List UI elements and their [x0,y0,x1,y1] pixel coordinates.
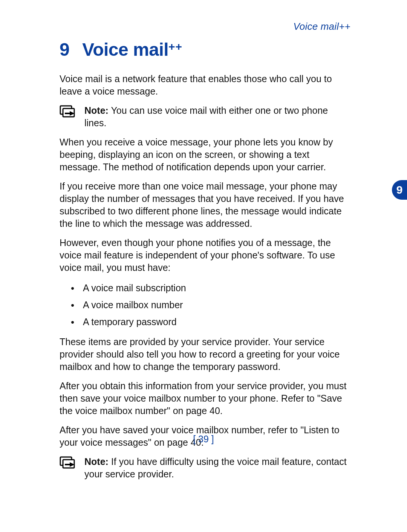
chapter-number: 9 [60,39,69,60]
chapter-name: Voice mail [82,40,168,60]
document-page: Voice mail++ 9Voice mail++ Voice mail is… [0,0,407,532]
note-label: Note: [84,105,109,116]
note-arrow-icon [60,105,78,120]
chapter-title: 9Voice mail++ [60,39,350,60]
requirements-list: A voice mail subscription A voice mailbo… [60,281,350,329]
paragraph-3: If you receive more than one voice mail … [60,180,350,230]
note-label: Note: [84,456,109,467]
note-text-2: Note: If you have difficulty using the v… [84,456,350,480]
paragraph-4: However, even though your phone notifies… [60,237,350,274]
chapter-suffix: ++ [168,40,182,53]
note-body-1: You can use voice mail with either one o… [84,105,328,128]
note-text-1: Note: You can use voice mail with either… [84,104,350,129]
note-block-1: Note: You can use voice mail with either… [60,104,350,129]
paragraph-2: When you receive a voice message, your p… [60,136,350,173]
page-number: [ 39 ] [0,434,407,445]
paragraph-intro: Voice mail is a network feature that ena… [60,73,350,98]
note-block-2: Note: If you have difficulty using the v… [60,456,350,480]
list-item: A voice mail subscription [60,281,350,295]
note-body-2: If you have difficulty using the voice m… [84,456,347,479]
paragraph-6: After you obtain this information from y… [60,380,350,417]
paragraph-5: These items are provided by your service… [60,336,350,373]
list-item: A temporary password [60,315,350,329]
list-item: A voice mailbox number [60,298,350,312]
note-arrow-icon [60,456,78,471]
running-head: Voice mail++ [60,21,350,32]
